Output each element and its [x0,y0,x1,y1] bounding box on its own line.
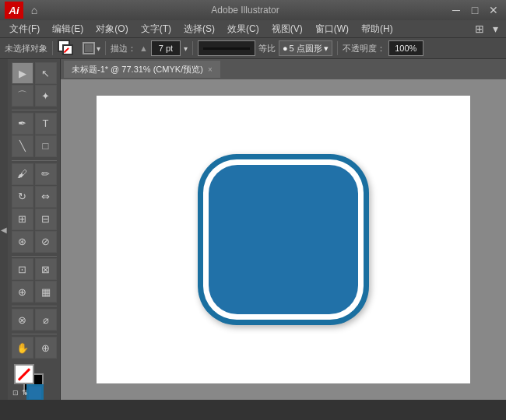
menu-object[interactable]: 对象(O) [90,20,134,37]
menu-effect[interactable]: 效果(C) [221,20,265,37]
shape-group[interactable] [198,154,369,325]
point-style-label: ● [283,44,288,53]
stroke-input[interactable] [151,40,181,56]
window-title: Adobe Illustrator [45,5,445,16]
grid-icon[interactable]: ⊞ [472,21,487,37]
tool-row-10: ⊕ ▦ [9,281,59,303]
tool-separator-5 [12,334,57,334]
stroke-fill-swatch[interactable] [58,40,79,57]
menu-file[interactable]: 文件(F) [3,20,46,37]
eyedropper-tool[interactable]: ⊗ [12,309,33,331]
stroke-label: 描边： [111,43,136,54]
menu-help[interactable]: 帮助(H) [355,20,399,37]
menu-text[interactable]: 文字(T) [135,20,177,37]
shear-tool[interactable]: ⊟ [35,208,57,230]
stroke-box[interactable] [83,42,95,54]
no-selection-label: 未选择对象 [5,43,47,54]
stroke-up-icon[interactable]: ▲ [139,44,148,53]
chevron-down-icon[interactable]: ▾ [487,21,503,37]
left-panel-toggle[interactable]: ◀ [0,59,8,400]
selection-tool[interactable]: ▶ [12,62,33,84]
separator-2 [105,41,106,55]
warp-tool[interactable]: ⊛ [12,231,33,253]
swap-colors-icon[interactable]: ⇅ [22,389,28,397]
shape-inner-layer [209,165,358,314]
pen-tool[interactable]: ✒ [12,113,33,135]
maximize-icon[interactable]: □ [467,2,483,18]
toolbox: ▶ ↖ ⌒ ✦ ✒ T ╲ □ 🖌 ✏ ↻ ⇔ ⊞ ⊟ ⊛ [8,59,61,400]
shape-tool[interactable]: □ [35,135,57,157]
scale-tool[interactable]: ⊞ [12,208,33,230]
options-bar: 未选择对象 ▾ 描边： ▲ ▾ 等比 ● 5 点圆形 ▾ 不透明度： [0,37,506,59]
tool-row-12: ✋ ⊕ [9,337,59,359]
tab-close-button[interactable]: × [208,65,213,74]
tool-row-8: ⊛ ⊘ [9,231,59,253]
perspective-tool[interactable]: ⊠ [35,258,57,280]
type-tool[interactable]: T [35,113,57,135]
canvas-background [61,79,506,400]
menu-select[interactable]: 选择(S) [177,20,221,37]
separator-4 [337,41,338,55]
opacity-input[interactable] [388,40,423,56]
foreground-color-swatch[interactable] [14,364,34,384]
point-style-dropdown[interactable]: ● 5 点圆形 ▾ [279,40,332,56]
point-style-text: 5 点圆形 [290,43,322,54]
default-colors-icon[interactable]: ⊡ [12,389,19,397]
title-bar: Ai ⌂ Adobe Illustrator ─ □ ✕ [0,0,506,20]
tab-label: 未标题-1* @ 77.31% (CMYK/预览) [72,64,203,75]
tool-row-9: ⊡ ⊠ [9,258,59,280]
canvas-tab-bar: 未标题-1* @ 77.31% (CMYK/预览) × [61,59,506,79]
menu-view[interactable]: 视图(V) [265,20,309,37]
pencil-tool[interactable]: ✏ [35,163,57,185]
line-tool[interactable]: ╲ [12,135,33,157]
tool-separator-3 [12,256,57,257]
no-fill-indicator [64,47,69,53]
stroke-dropdown-arrow[interactable]: ▾ [184,44,188,53]
symbol-tool[interactable]: ⊕ [12,281,33,303]
hand-tool[interactable]: ✋ [12,337,33,359]
tool-row-1: ▶ ↖ [9,62,59,84]
rotate-tool[interactable]: ↻ [12,186,33,208]
tool-row-2: ⌒ ✦ [9,85,59,107]
magic-wand-tool[interactable]: ✦ [35,85,57,107]
main-workspace: ◀ ▶ ↖ ⌒ ✦ ✒ T ╲ □ 🖌 ✏ ↻ ⇔ ⊞ ⊟ [0,59,506,400]
menu-window[interactable]: 窗口(W) [309,20,355,37]
home-icon[interactable]: ⌂ [26,2,42,18]
close-icon[interactable]: ✕ [486,2,501,18]
paintbrush-tool[interactable]: 🖌 [12,163,33,185]
app-logo: Ai [5,2,23,19]
tool-separator-2 [12,160,57,161]
canvas-panel: 未标题-1* @ 77.31% (CMYK/预览) × [61,59,506,400]
blend-tool[interactable]: ⌀ [35,309,57,331]
active-stroke-color[interactable] [26,384,44,400]
minimize-icon[interactable]: ─ [448,2,464,18]
artboard [97,96,470,383]
stroke-style-selector[interactable] [198,40,255,56]
dropdown-arrow[interactable]: ▾ [97,44,100,53]
stroke-swatch-small[interactable] [62,44,73,55]
zoom-tool[interactable]: ⊕ [35,337,57,359]
tool-row-4: ╲ □ [9,135,59,157]
equal-label: 等比 [258,43,276,54]
separator-1 [52,41,53,55]
stroke-inner [85,44,93,52]
stroke-indicator[interactable]: ▾ [83,42,100,54]
reflect-tool[interactable]: ⇔ [35,186,57,208]
tool-row-3: ✒ T [9,113,59,135]
no-color-slash [17,368,30,380]
menu-edit[interactable]: 编辑(E) [46,20,90,37]
stroke-line-preview [203,47,250,50]
direct-selection-tool[interactable]: ↖ [35,62,57,84]
tool-row-7: ⊞ ⊟ [9,208,59,230]
lasso-tool[interactable]: ⌒ [12,85,33,107]
tool-row-11: ⊗ ⌀ [9,309,59,331]
tool-separator-1 [12,110,57,110]
free-transform-tool[interactable]: ⊡ [12,258,33,280]
canvas-tab-active[interactable]: 未标题-1* @ 77.31% (CMYK/预览) × [64,61,220,78]
opacity-label: 不透明度： [343,43,385,54]
point-dropdown-arrow: ▾ [324,44,329,54]
column-graph-tool[interactable]: ▦ [35,281,57,303]
menu-bar: 文件(F) 编辑(E) 对象(O) 文字(T) 选择(S) 效果(C) 视图(V… [0,20,506,37]
width-tool[interactable]: ⊘ [35,231,57,253]
tool-row-6: ↻ ⇔ [9,186,59,208]
